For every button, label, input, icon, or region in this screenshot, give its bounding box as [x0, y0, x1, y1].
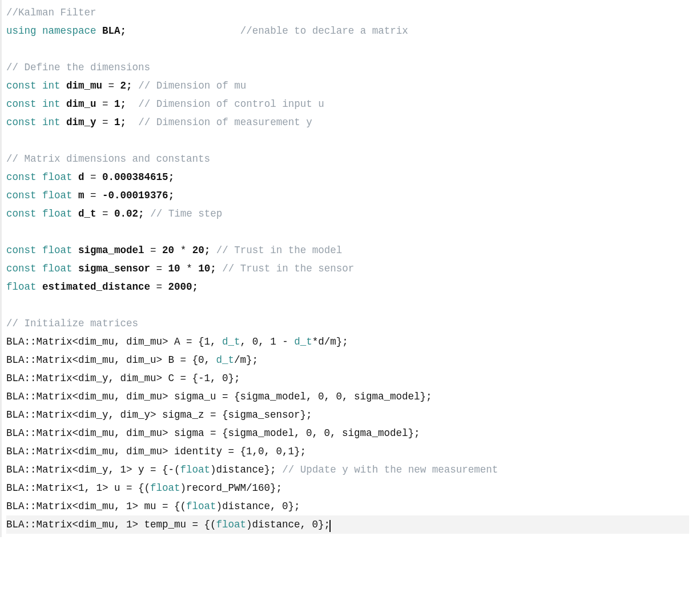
identifier-ref: d_t — [294, 336, 312, 347]
code-line: // Matrix dimensions and constants — [6, 150, 689, 168]
identifier: sigma_model — [78, 245, 144, 256]
keyword-float: float — [42, 190, 73, 201]
punct-semicolon: ; — [120, 98, 127, 110]
code-text: BLA::Matrix<dim_mu, dim_mu> sigma_u = {s… — [6, 391, 432, 402]
code-line: BLA::Matrix<dim_mu, dim_mu> A = {1, d_t,… — [6, 333, 689, 351]
number-literal: 0.02 — [114, 208, 138, 219]
number-literal: 10 — [198, 263, 210, 274]
keyword-float: float — [42, 208, 73, 219]
code-text: BLA::Matrix<dim_mu, dim_mu> sigma = {sig… — [6, 427, 420, 439]
keyword-const: const — [6, 208, 37, 219]
code-line: BLA::Matrix<dim_mu, dim_mu> sigma = {sig… — [6, 424, 689, 442]
keyword-const: const — [6, 263, 37, 274]
number-literal: 1 — [114, 98, 120, 110]
identifier: sigma_sensor — [78, 263, 150, 274]
code-line: using namespace BLA; //enable to declare… — [6, 22, 689, 40]
code-text: )distance, 0}; — [216, 501, 300, 512]
whitespace — [132, 80, 139, 91]
keyword-const: const — [6, 98, 37, 110]
keyword-float: float — [42, 245, 73, 256]
op-star: * — [174, 245, 192, 256]
code-line: //Kalman Filter — [6, 3, 689, 22]
code-text: BLA::Matrix<dim_y, dim_y> sigma_z = {sig… — [6, 409, 312, 421]
code-text: BLA::Matrix<dim_y, dim_mu> C = {-1, 0}; — [6, 373, 240, 384]
number-literal: 1 — [204, 336, 211, 347]
op-star: * — [180, 263, 199, 274]
identifier: BLA — [102, 25, 120, 37]
number-literal: 2000 — [168, 281, 192, 293]
comment: //Kalman Filter — [6, 7, 96, 18]
code-line: float estimated_distance = 2000; — [6, 278, 689, 296]
code-line: BLA::Matrix<dim_y, 1> y = {-(float)dista… — [6, 461, 689, 479]
op-eq: = — [85, 171, 103, 183]
code-editor[interactable]: //Kalman Filterusing namespace BLA; //en… — [0, 0, 694, 537]
keyword-float: float — [42, 171, 73, 183]
identifier-ref: d_t — [216, 354, 235, 366]
punct-semicolon: ; — [120, 25, 127, 37]
comment: //enable to declare a matrix — [240, 25, 408, 37]
comment: // Dimension of mu — [138, 80, 246, 91]
punct-semicolon: ; — [204, 245, 211, 256]
code-text: /m}; — [234, 354, 258, 366]
keyword-int: int — [42, 98, 61, 110]
number-literal: 0 — [198, 354, 204, 366]
code-text: )distance}; — [210, 464, 276, 475]
code-line-blank — [6, 131, 689, 150]
code-line: BLA::Matrix<1, 1> u = {(float)record_PWM… — [6, 479, 689, 497]
number-literal: 10 — [168, 263, 180, 274]
code-line: const float d = 0.000384615; — [6, 168, 689, 186]
keyword-float: float — [42, 263, 73, 274]
comment: // Dimension of control input u — [138, 98, 324, 110]
code-line: const int dim_mu = 2; // Dimension of mu — [6, 77, 689, 95]
punct-semicolon: ; — [120, 117, 127, 128]
code-line: BLA::Matrix<dim_mu, dim_mu> identity = {… — [6, 442, 689, 461]
number-literal: 0.000384615 — [102, 171, 168, 183]
keyword-int: int — [42, 80, 61, 91]
code-line: BLA::Matrix<dim_y, dim_y> sigma_z = {sig… — [6, 406, 689, 424]
comment: // Trust in the sensor — [222, 263, 354, 274]
punct-comma: , — [210, 336, 222, 347]
whitespace — [126, 117, 138, 128]
punct-comma: , — [204, 354, 216, 366]
identifier: m — [78, 190, 85, 201]
number-literal: 1 — [270, 336, 276, 347]
code-text: BLA::Matrix<dim_mu, dim_mu> A = { — [6, 336, 204, 347]
code-line: const int dim_u = 1; // Dimension of con… — [6, 95, 689, 113]
punct-semicolon: ; — [138, 208, 144, 219]
identifier: d — [78, 171, 85, 183]
punct-semicolon: ; — [168, 190, 175, 201]
punct-comma: , — [258, 336, 270, 347]
code-line: const float sigma_model = 20 * 20; // Tr… — [6, 241, 689, 259]
number-literal: 2 — [120, 80, 127, 91]
code-line-current: BLA::Matrix<dim_mu, 1> temp_mu = {(float… — [6, 515, 689, 534]
identifier: dim_y — [66, 117, 96, 128]
code-text: BLA::Matrix<dim_mu, 1> mu = {( — [6, 501, 186, 512]
keyword-float-cast: float — [216, 519, 247, 530]
code-text: BLA::Matrix<dim_mu, dim_mu> identity = {… — [6, 446, 306, 457]
comment: // Trust in the model — [216, 245, 343, 256]
code-text: *d/m}; — [312, 336, 348, 347]
number-literal: 20 — [192, 245, 204, 256]
code-line: BLA::Matrix<dim_mu, 1> mu = {(float)dist… — [6, 497, 689, 515]
identifier: estimated_distance — [42, 281, 150, 293]
number-literal: 20 — [162, 245, 174, 256]
op-eq: = — [96, 117, 115, 128]
identifier: dim_mu — [66, 80, 102, 91]
identifier-ref: d_t — [222, 336, 240, 347]
op-eq: = — [144, 245, 163, 256]
keyword-float: float — [6, 281, 37, 293]
keyword-float-cast: float — [180, 464, 211, 475]
code-line-blank — [6, 223, 689, 241]
code-line: const float d_t = 0.02; // Time step — [6, 205, 689, 223]
punct-semicolon: ; — [192, 281, 199, 293]
code-text: )distance, 0}; — [246, 519, 330, 530]
punct-semicolon: ; — [126, 80, 132, 91]
whitespace — [210, 245, 216, 256]
code-text: BLA::Matrix<dim_mu, dim_u> B = { — [6, 354, 198, 366]
code-text: BLA::Matrix<1, 1> u = {( — [6, 482, 150, 494]
code-line: // Define the dimensions — [6, 58, 689, 77]
identifier: dim_u — [66, 98, 96, 110]
keyword-float-cast: float — [150, 482, 180, 494]
code-line: BLA::Matrix<dim_mu, dim_mu> sigma_u = {s… — [6, 387, 689, 406]
keyword-const: const — [6, 171, 37, 183]
